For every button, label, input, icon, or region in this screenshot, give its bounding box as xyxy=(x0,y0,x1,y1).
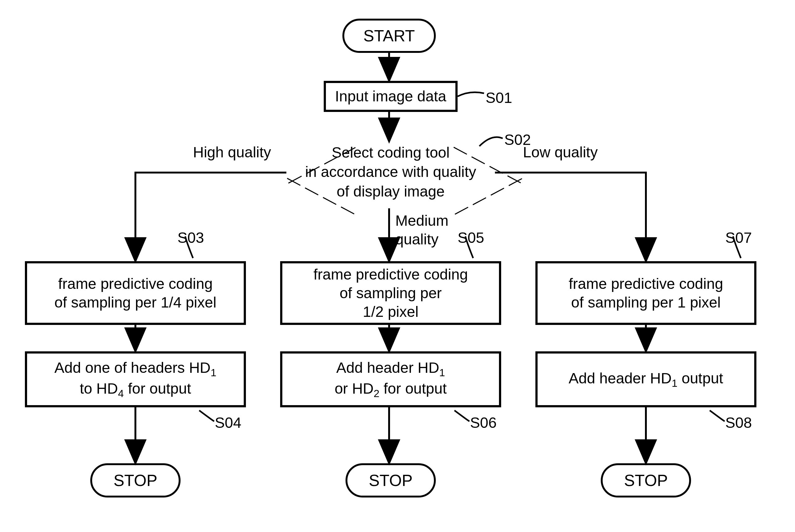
terminator-stop-3: STOP xyxy=(601,463,691,497)
branch-medium: Medium quality xyxy=(395,211,449,249)
branch-low: Low quality xyxy=(523,143,598,162)
terminator-stop2-label: STOP xyxy=(369,471,413,490)
process-s08-text: Add header HD1 output xyxy=(569,369,723,390)
process-s07: frame predictive coding of sampling per … xyxy=(536,261,756,325)
process-s06-text: Add header HD1 or HD2 for output xyxy=(335,359,447,400)
terminator-stop1-label: STOP xyxy=(114,471,158,490)
process-s01-text: Input image data xyxy=(335,87,446,106)
terminator-stop-2: STOP xyxy=(345,463,436,497)
terminator-stop-1: STOP xyxy=(90,463,181,497)
process-s01: Input image data xyxy=(324,81,457,112)
label-s05: S05 xyxy=(457,229,484,247)
label-s03: S03 xyxy=(177,229,204,247)
terminator-start: START xyxy=(342,19,436,53)
label-s08: S08 xyxy=(725,414,752,432)
label-s06: S06 xyxy=(470,414,496,432)
terminator-start-label: START xyxy=(363,26,415,45)
process-s04: Add one of headers HD1 to HD4 for output xyxy=(25,352,246,407)
terminator-stop3-label: STOP xyxy=(624,471,668,490)
process-s05: frame predictive coding of sampling per … xyxy=(280,261,501,325)
process-s03: frame predictive coding of sampling per … xyxy=(25,261,246,325)
branch-high: High quality xyxy=(193,143,271,162)
process-s04-text: Add one of headers HD1 to HD4 for output xyxy=(54,359,216,400)
label-s07: S07 xyxy=(725,229,752,247)
process-s08: Add header HD1 output xyxy=(536,352,756,407)
label-s04: S04 xyxy=(215,414,241,432)
label-s01: S01 xyxy=(486,89,512,107)
process-s07-text: frame predictive coding of sampling per … xyxy=(569,274,723,312)
process-s05-text: frame predictive coding of sampling per … xyxy=(313,265,468,321)
process-s03-text: frame predictive coding of sampling per … xyxy=(54,274,216,312)
process-s06: Add header HD1 or HD2 for output xyxy=(280,352,501,407)
